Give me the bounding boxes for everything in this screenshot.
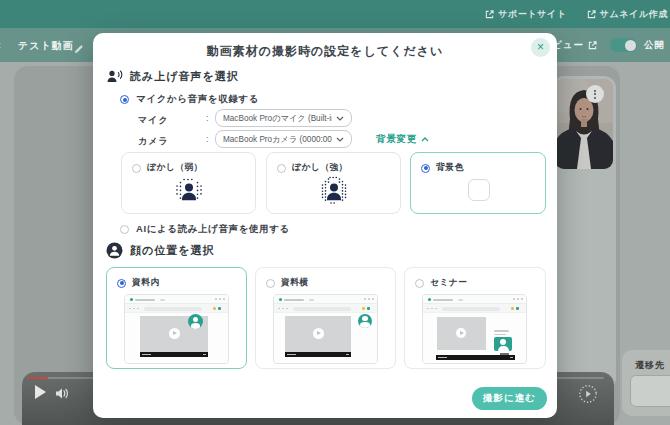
recording-settings-modal: 動画素材の撮影時の設定をしてください × 読み上げ音声を選択 マイクから音声を収… [93, 33, 557, 418]
background-option-cards: ぼかし（弱） ぼかし（強） 背景色 [121, 152, 547, 214]
mic-source-label: マイクから音声を収録する [136, 93, 259, 106]
radio-selected-icon [120, 95, 129, 104]
playback-speed-icon[interactable] [578, 384, 598, 408]
project-title: テスト動画 [18, 39, 74, 53]
bg-option-label: ぼかし（強） [292, 162, 348, 174]
radio-icon [415, 279, 424, 288]
camera-select-value: MacBook Proカメラ (0000:0001) [223, 134, 332, 145]
voice-section-title: 読み上げ音声を選択 [130, 69, 239, 84]
background-change-label: 背景変更 [376, 133, 417, 146]
colon: : [206, 134, 209, 144]
presenter-card-icon [494, 337, 512, 351]
presenter-avatar-icon [358, 314, 372, 328]
chevron-down-icon [336, 116, 344, 121]
presenter-avatar-icon [188, 314, 203, 329]
mic-select-value: MacBook Proのマイク (Built-in) [223, 113, 332, 124]
camera-select[interactable]: MacBook Proカメラ (0000:0001) [215, 130, 352, 148]
thumbnail-create-label: サムネイル作成 [600, 8, 668, 21]
bg-card-blur-strong[interactable]: ぼかし（強） [266, 152, 401, 214]
presenter-video-strip [552, 76, 616, 390]
face-option-label: セミナー [430, 277, 467, 289]
person-circle-icon [106, 242, 123, 259]
publish-label: 公開 [644, 39, 665, 52]
external-link-icon [485, 10, 494, 19]
background-color-swatch[interactable] [468, 179, 490, 201]
destination-label: 遷移先 [635, 359, 665, 372]
voice-section-header: 読み上げ音声を選択 [107, 69, 239, 84]
play-button[interactable] [35, 385, 46, 399]
browser-mockup [124, 294, 229, 364]
blur-strong-person-icon [318, 175, 350, 211]
blur-weak-person-icon [173, 175, 205, 211]
presenter-photo [555, 79, 613, 169]
radio-selected-icon [117, 279, 126, 288]
app-header: サポートサイト サムネイル作成 [0, 0, 670, 28]
chevron-down-icon [336, 137, 344, 142]
support-site-link[interactable]: サポートサイト [485, 8, 566, 21]
destination-input[interactable] [630, 375, 670, 407]
background-change-link[interactable]: 背景変更 [376, 133, 429, 146]
toolbar-right-group: レビュー 公開 [541, 28, 665, 62]
publish-toggle[interactable] [610, 38, 637, 52]
browser-mockup [273, 294, 378, 364]
app-screen: サポートサイト サムネイル作成 ‹ テスト動画 レビュー 公開 [0, 0, 670, 425]
chevron-up-icon [421, 137, 429, 142]
face-card-beside-material[interactable]: 資料横 [255, 267, 396, 369]
bg-card-blur-weak[interactable]: ぼかし（弱） [121, 152, 256, 214]
ai-voice-label: AIによる読み上げ音声を使用する [136, 223, 290, 236]
modal-title: 動画素材の撮影時の設定をしてください [93, 43, 557, 60]
toggle-knob [625, 40, 636, 51]
edit-pencil-icon[interactable] [74, 40, 83, 58]
progress-played [28, 377, 48, 379]
close-button[interactable]: × [531, 38, 550, 57]
radio-icon [132, 164, 141, 173]
face-card-in-material[interactable]: 資料内 [106, 267, 247, 369]
radio-selected-icon [421, 164, 430, 173]
mic-field-label: マイク [138, 114, 198, 127]
radio-icon [266, 279, 275, 288]
volume-icon[interactable] [55, 386, 70, 404]
face-section-header: 顔の位置を選択 [106, 242, 215, 259]
destination-panel: 遷移先 [622, 350, 670, 416]
speaking-person-icon [107, 70, 123, 83]
thumbnail-create-link[interactable]: サムネイル作成 [587, 8, 668, 21]
bg-card-color[interactable]: 背景色 [410, 152, 546, 214]
camera-field-label: カメラ [138, 135, 198, 148]
bg-option-label: ぼかし（弱） [147, 162, 203, 174]
ai-voice-radio[interactable]: AIによる読み上げ音声を使用する [120, 223, 290, 236]
face-option-label: 資料内 [132, 277, 160, 289]
bg-option-label: 背景色 [436, 162, 464, 174]
mic-source-radio[interactable]: マイクから音声を収録する [120, 93, 259, 106]
back-chevron-icon[interactable]: ‹ [0, 38, 1, 52]
face-card-seminar[interactable]: セミナー [404, 267, 546, 369]
face-option-label: 資料横 [281, 277, 309, 289]
external-link-icon [588, 41, 597, 50]
proceed-to-recording-button[interactable]: 撮影に進む [472, 387, 547, 410]
radio-icon [120, 225, 129, 234]
colon: : [206, 113, 209, 123]
more-menu-button[interactable] [586, 85, 604, 103]
external-link-icon [587, 10, 596, 19]
face-section-title: 顔の位置を選択 [130, 243, 215, 258]
face-position-cards: 資料内 資料横 [106, 267, 546, 369]
radio-icon [277, 164, 286, 173]
mic-select[interactable]: MacBook Proのマイク (Built-in) [215, 109, 352, 127]
support-site-label: サポートサイト [498, 8, 566, 21]
browser-mockup [422, 294, 527, 364]
